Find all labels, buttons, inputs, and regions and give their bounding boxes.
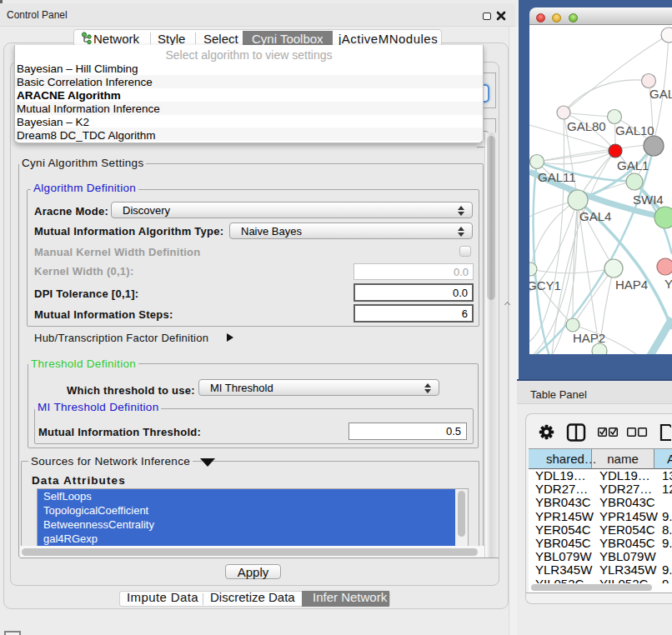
svg-text:GAL80: GAL80: [567, 119, 606, 133]
svg-text:GAL4: GAL4: [579, 209, 611, 223]
svg-text:GAL7: GAL7: [649, 87, 672, 101]
svg-text:GAL11: GAL11: [538, 170, 576, 184]
svg-text:SWI4: SWI4: [633, 192, 664, 207]
svg-text:GCY1: GCY1: [529, 278, 561, 292]
svg-text:HAP2: HAP2: [573, 331, 605, 345]
svg-text:YM: YM: [664, 277, 672, 291]
svg-text:GAL1: GAL1: [617, 158, 649, 172]
svg-text:HAP4: HAP4: [615, 278, 648, 292]
svg-text:GAL10: GAL10: [615, 123, 654, 138]
